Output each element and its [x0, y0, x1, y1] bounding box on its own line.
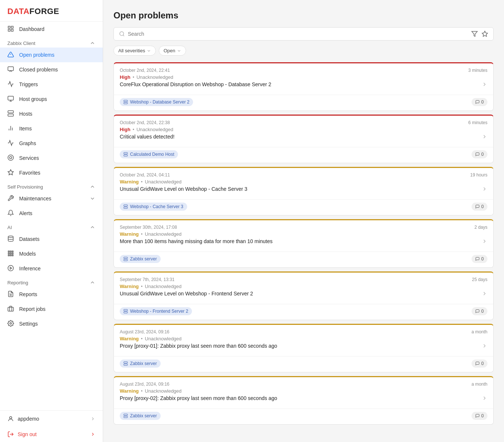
reports-label: Reports — [19, 291, 37, 297]
svg-rect-22 — [10, 251, 11, 252]
sidebar-item-graphs[interactable]: Graphs — [0, 136, 103, 151]
card-chevron-icon — [482, 291, 487, 297]
comment-count: 0 — [481, 413, 484, 418]
sidebar-item-alerts[interactable]: Alerts — [0, 206, 103, 221]
card-chevron-icon — [482, 134, 487, 140]
sidebar-item-hosts[interactable]: Hosts — [0, 106, 103, 121]
search-input[interactable] — [128, 31, 468, 37]
sidebar-item-report-jobs[interactable]: Report jobs — [0, 302, 103, 316]
problem-card[interactable]: October 2nd, 2024, 22:41 3 minutes High … — [113, 62, 494, 111]
severity-chevron-icon — [147, 49, 151, 53]
host-chip[interactable]: Webshop - Cache Server 3 — [120, 203, 187, 211]
problem-card[interactable]: October 2nd, 2024, 04:11 19 hours Warnin… — [113, 167, 494, 215]
svg-rect-21 — [8, 251, 9, 252]
user-chevron-icon — [90, 416, 95, 421]
datasets-icon — [7, 235, 15, 243]
card-severity: Warning — [120, 284, 139, 289]
svg-marker-31 — [10, 267, 12, 269]
host-icon — [123, 100, 128, 104]
svg-point-18 — [10, 157, 12, 159]
comment-count: 0 — [481, 256, 484, 262]
sidebar-item-models[interactable]: Models — [0, 246, 103, 261]
card-ack-status: Unacknowledged — [145, 179, 182, 185]
problem-card[interactable]: August 23rd, 2024, 09:16 a month Warning… — [113, 324, 494, 372]
hosts-label: Hosts — [19, 111, 32, 117]
ai-group[interactable]: AI — [0, 221, 103, 232]
services-label: Services — [19, 155, 39, 161]
host-name: Webshop - Database Server 2 — [130, 99, 189, 105]
card-chevron-icon — [482, 238, 487, 244]
card-timestamp: October 2nd, 2024, 04:11 — [120, 172, 170, 178]
sidebar-item-host-groups[interactable]: Host groups — [0, 92, 103, 106]
maintenances-icon — [7, 195, 15, 202]
sidebar-item-reports[interactable]: Reports — [0, 287, 103, 302]
host-name: Webshop - Frontend Server 2 — [130, 309, 188, 314]
card-chevron-icon — [482, 186, 487, 192]
svg-marker-19 — [8, 170, 14, 175]
maintenances-label: Maintenances — [19, 196, 51, 201]
card-timestamp: September 7th, 2024, 13:31 — [120, 277, 175, 282]
svg-rect-59 — [124, 312, 127, 313]
graphs-icon — [7, 140, 15, 147]
sidebar-item-maintenances[interactable]: Maintenances — [0, 191, 103, 206]
svg-point-36 — [10, 417, 12, 419]
favorites-label: Favorites — [19, 170, 41, 176]
filter-severity[interactable]: All severities — [113, 46, 156, 56]
host-chip[interactable]: Zabbix server — [120, 359, 161, 368]
self-provisioning-group[interactable]: Self Provisioning — [0, 180, 103, 191]
card-severity: Warning — [120, 231, 139, 237]
svg-point-30 — [8, 266, 14, 271]
problems-list: October 2nd, 2024, 22:41 3 minutes High … — [113, 62, 494, 425]
svg-rect-58 — [124, 309, 127, 311]
ai-chevron — [90, 224, 95, 230]
settings-label: Settings — [19, 321, 38, 327]
sidebar-item-items[interactable]: Items — [0, 121, 103, 136]
host-chip[interactable]: Calculated Demo Host — [120, 150, 178, 158]
sidebar-user[interactable]: appdemo — [0, 411, 103, 426]
problem-card[interactable]: September 7th, 2024, 13:31 25 days Warni… — [113, 271, 494, 320]
filter-status[interactable]: Open — [159, 46, 186, 56]
ai-label: AI — [7, 225, 12, 230]
reporting-group[interactable]: Reporting — [0, 276, 103, 287]
card-ack-status: Unacknowledged — [136, 74, 173, 80]
sidebar-item-services[interactable]: Services — [0, 151, 103, 165]
card-ack-status: Unacknowledged — [136, 127, 173, 132]
sidebar-item-open-problems[interactable]: Open problems — [0, 48, 103, 62]
sidebar-item-datasets[interactable]: Datasets — [0, 232, 103, 246]
sidebar-item-settings[interactable]: Settings — [0, 316, 103, 331]
sidebar-signout[interactable]: Sign out — [0, 427, 103, 442]
host-icon — [123, 152, 128, 157]
star-icon[interactable] — [482, 31, 488, 37]
sidebar-item-triggers[interactable]: Triggers — [0, 77, 103, 92]
host-chip[interactable]: Zabbix server — [120, 255, 161, 263]
svg-point-38 — [120, 32, 124, 36]
card-chevron-icon — [482, 343, 487, 349]
svg-rect-55 — [124, 259, 127, 261]
open-problems-label: Open problems — [19, 52, 55, 58]
models-icon — [7, 250, 15, 257]
svg-rect-28 — [10, 255, 11, 256]
host-chip[interactable]: Webshop - Frontend Server 2 — [120, 307, 192, 315]
comment-badge: 0 — [472, 255, 487, 263]
sidebar-item-dashboard[interactable]: Dashboard — [0, 22, 103, 36]
problem-card[interactable]: August 23rd, 2024, 09:16 a month Warning… — [113, 376, 494, 425]
card-severity: Warning — [120, 388, 139, 394]
sidebar-item-inference[interactable]: Inference — [0, 261, 103, 276]
comment-count: 0 — [481, 204, 484, 209]
svg-rect-63 — [124, 364, 127, 365]
comment-icon — [475, 100, 480, 104]
svg-rect-34 — [8, 308, 14, 312]
host-icon — [123, 309, 128, 313]
zabbix-client-group[interactable]: Zabbix Client — [0, 36, 103, 48]
sidebar-item-favorites[interactable]: Favorites — [0, 165, 103, 180]
host-chip[interactable]: Webshop - Database Server 2 — [120, 98, 193, 106]
card-ack-status: Unacknowledged — [145, 388, 182, 394]
sidebar-item-closed-problems[interactable]: Closed problems — [0, 62, 103, 77]
problem-card[interactable]: October 2nd, 2024, 22:38 6 minutes High … — [113, 115, 494, 163]
problem-card[interactable]: September 30th, 2024, 17:08 2 days Warni… — [113, 219, 494, 268]
svg-rect-6 — [8, 67, 14, 71]
host-chip[interactable]: Zabbix server — [120, 412, 161, 420]
closed-problems-icon — [7, 66, 15, 73]
filter-icon[interactable] — [471, 31, 478, 37]
card-age: 19 hours — [470, 172, 487, 178]
